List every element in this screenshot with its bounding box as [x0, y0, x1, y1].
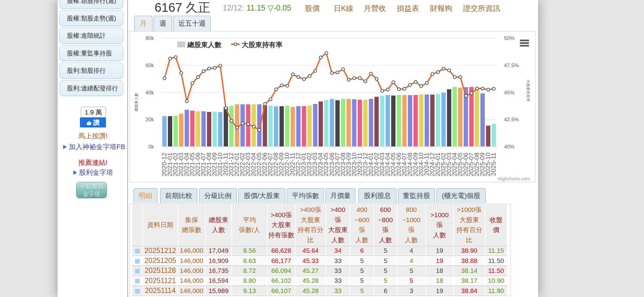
svg-text:50%: 50% [504, 35, 515, 41]
svg-text:20k: 20k [146, 117, 154, 123]
svg-text:40k: 40k [146, 90, 154, 96]
svg-text:60k: 60k [146, 62, 154, 68]
svg-text:40%: 40% [504, 144, 515, 150]
svg-text:大股東持有率: 大股東持有率 [242, 41, 283, 49]
svg-text:2025-11: 2025-11 [490, 153, 497, 176]
svg-text:0k: 0k [148, 144, 154, 150]
svg-text:45%: 45% [504, 90, 515, 96]
svg-text:80k: 80k [146, 35, 154, 41]
svg-text:總股東人數: 總股東人數 [134, 93, 138, 112]
svg-text:47.5%: 47.5% [504, 62, 519, 68]
svg-text:大股東持有率: 大股東持有率 [526, 80, 530, 102]
svg-text:Highcharts.com: Highcharts.com [498, 176, 530, 181]
svg-text:總股東人數: 總股東人數 [187, 41, 222, 49]
svg-text:42.5%: 42.5% [504, 117, 519, 123]
